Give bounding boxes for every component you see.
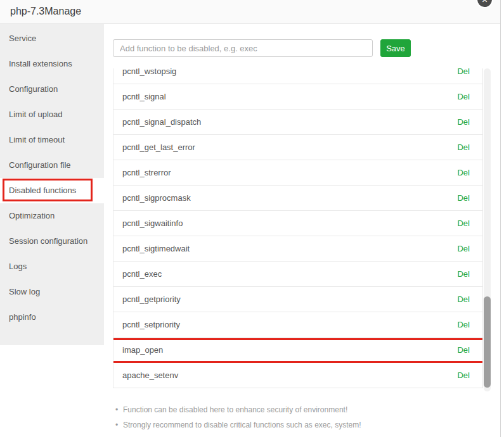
- disabled-function-list: pcntl_wstopsigDelpcntl_signalDelpcntl_si…: [113, 68, 483, 388]
- function-row: pcntl_get_last_errorDel: [113, 135, 482, 160]
- sidebar-item-limit-of-timeout[interactable]: Limit of timeout: [0, 127, 104, 153]
- sidebar-item-configuration[interactable]: Configuration: [0, 77, 104, 102]
- list-scrollbar-thumb[interactable]: [484, 296, 491, 388]
- sidebar-item-disabled-functions[interactable]: Disabled functions: [0, 178, 104, 203]
- dialog-title: php-7.3Manage: [0, 0, 81, 23]
- function-name: pcntl_getpriority: [122, 287, 181, 312]
- function-name: pcntl_signal_dispatch: [122, 110, 201, 134]
- bullet-icon: •: [115, 402, 123, 417]
- del-link[interactable]: Del: [457, 160, 470, 185]
- del-link[interactable]: Del: [457, 110, 470, 134]
- note-line: •Strongly recommend to disable critical …: [115, 417, 500, 433]
- dialog-body: ServiceInstall extensionsConfigurationLi…: [0, 24, 500, 437]
- function-row: pcntl_sigwaitinfoDel: [113, 211, 482, 236]
- del-link[interactable]: Del: [457, 312, 470, 337]
- sidebar-item-configuration-file[interactable]: Configuration file: [0, 153, 104, 178]
- del-link[interactable]: Del: [457, 84, 470, 109]
- php-manage-dialog: php-7.3Manage ✕ ServiceInstall extension…: [0, 0, 501, 437]
- function-row: pcntl_sigtimedwaitDel: [113, 236, 482, 262]
- bullet-icon: •: [115, 417, 123, 433]
- del-link[interactable]: Del: [457, 338, 470, 362]
- close-button[interactable]: ✕: [476, 0, 493, 8]
- function-name: apache_setenv: [122, 363, 178, 388]
- function-name: imap_open: [122, 338, 163, 362]
- function-name: pcntl_get_last_error: [122, 135, 195, 160]
- sidebar-item-limit-of-upload[interactable]: Limit of upload: [0, 102, 104, 127]
- function-name: pcntl_sigwaitinfo: [122, 211, 183, 236]
- del-link[interactable]: Del: [457, 135, 470, 160]
- sidebar-item-label: Optimization: [9, 211, 55, 220]
- function-name: pcntl_signal: [122, 84, 166, 109]
- sidebar-item-service[interactable]: Service: [0, 26, 104, 51]
- del-link[interactable]: Del: [457, 236, 470, 261]
- dialog-titlebar: php-7.3Manage ✕: [0, 0, 500, 24]
- function-row: pcntl_signalDel: [113, 84, 482, 110]
- note-text: Function can be disabled here to enhance…: [123, 402, 347, 417]
- function-row: pcntl_wstopsigDel: [113, 68, 482, 84]
- function-name: pcntl_exec: [122, 262, 162, 286]
- function-row: apache_setenvDel: [113, 363, 482, 388]
- sidebar-item-label: Session configuration: [9, 236, 87, 246]
- sidebar-item-install-extensions[interactable]: Install extensions: [0, 51, 104, 77]
- notes: •Function can be disabled here to enhanc…: [113, 402, 500, 433]
- del-link[interactable]: Del: [457, 211, 470, 236]
- sidebar-item-label: Configuration: [9, 84, 58, 94]
- sidebar-item-logs[interactable]: Logs: [0, 254, 104, 279]
- function-row: pcntl_execDel: [113, 262, 482, 287]
- annotation-box: [113, 338, 483, 363]
- del-link[interactable]: Del: [457, 262, 470, 286]
- add-function-input[interactable]: [113, 39, 373, 57]
- del-link[interactable]: Del: [457, 287, 470, 312]
- note-line: •Function can be disabled here to enhanc…: [115, 402, 500, 417]
- sidebar-item-label: Logs: [9, 262, 27, 271]
- function-row: pcntl_getpriorityDel: [113, 287, 482, 312]
- sidebar: ServiceInstall extensionsConfigurationLi…: [0, 24, 104, 437]
- function-row: pcntl_strerrorDel: [113, 160, 482, 186]
- sidebar-item-label: Service: [9, 34, 36, 43]
- save-button[interactable]: Save: [380, 39, 411, 57]
- list-scrollbar-track[interactable]: [484, 68, 491, 391]
- function-name: pcntl_sigtimedwait: [122, 236, 190, 261]
- sidebar-item-phpinfo[interactable]: phpinfo: [0, 305, 104, 330]
- sidebar-item-label: Slow log: [9, 287, 40, 296]
- sidebar-item-label: Limit of timeout: [9, 135, 65, 144]
- note-text: Strongly recommend to disable critical f…: [123, 417, 361, 433]
- del-link[interactable]: Del: [457, 363, 470, 388]
- sidebar-item-label: phpinfo: [9, 312, 36, 322]
- close-icon: ✕: [481, 0, 488, 4]
- sidebar-item-label: Limit of upload: [9, 110, 63, 119]
- sidebar-menu: ServiceInstall extensionsConfigurationLi…: [0, 24, 104, 345]
- sidebar-item-slow-log[interactable]: Slow log: [0, 279, 104, 305]
- function-row: imap_openDel: [113, 338, 482, 363]
- toolbar: Save: [113, 39, 500, 57]
- function-name: pcntl_strerror: [122, 160, 171, 185]
- del-link[interactable]: Del: [457, 186, 470, 210]
- del-link[interactable]: Del: [457, 68, 470, 84]
- sidebar-item-label: Disabled functions: [9, 186, 76, 195]
- sidebar-item-optimization[interactable]: Optimization: [0, 203, 104, 229]
- function-name: pcntl_sigprocmask: [122, 186, 191, 210]
- sidebar-item-label: Install extensions: [9, 59, 72, 68]
- sidebar-item-session-configuration[interactable]: Session configuration: [0, 229, 104, 254]
- function-row: pcntl_signal_dispatchDel: [113, 110, 482, 135]
- function-row: pcntl_setpriorityDel: [113, 312, 482, 338]
- function-name: pcntl_setpriority: [122, 312, 180, 337]
- function-row: pcntl_sigprocmaskDel: [113, 186, 482, 211]
- main-content: Save pcntl_wstopsigDelpcntl_signalDelpcn…: [104, 24, 500, 437]
- function-name: pcntl_wstopsig: [122, 68, 176, 84]
- sidebar-item-label: Configuration file: [9, 160, 71, 170]
